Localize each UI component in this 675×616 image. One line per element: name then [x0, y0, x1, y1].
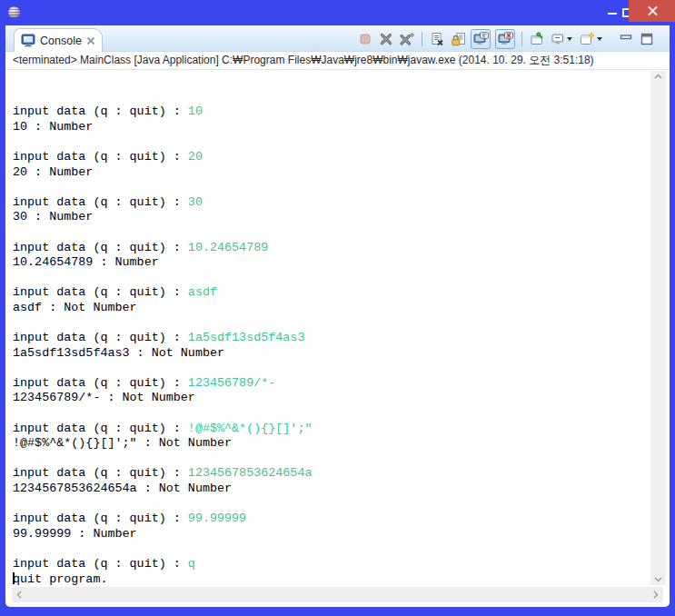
scroll-lock-button[interactable]	[450, 30, 466, 48]
scroll-up-arrow-icon[interactable]	[650, 74, 666, 79]
launch-status-line: <terminated> MainClass [Java Application…	[5, 52, 670, 70]
minimize-view-icon	[620, 33, 632, 45]
remove-all-terminated-icon	[399, 32, 415, 46]
remove-launch-button[interactable]	[378, 30, 394, 48]
console-result-line: 30 : Number	[13, 210, 647, 225]
console-prompt-line: input data (q : quit) : 123456789/*-	[13, 376, 647, 392]
minimize-view-button[interactable]	[618, 30, 634, 48]
text-cursor	[13, 572, 15, 584]
console-result-line: asdf : Not Number	[13, 301, 647, 316]
scroll-lock-icon	[451, 32, 466, 46]
console-blank-line	[13, 271, 647, 286]
remove-launch-icon	[379, 32, 393, 46]
console-area: input data (q : quit) : 1010 : Number in…	[5, 71, 666, 585]
horizontal-scrollbar[interactable]	[12, 587, 663, 602]
maximize-view-icon	[640, 33, 653, 45]
console-result-line: 1234567853624654a : Not Number	[13, 482, 647, 497]
show-stderr-icon	[498, 32, 513, 46]
show-stderr-button[interactable]	[495, 29, 515, 49]
console-prompt-line: input data (q : quit) : 10.24654789	[13, 241, 647, 256]
console-text-viewer[interactable]: input data (q : quit) : 1010 : Number in…	[5, 71, 650, 585]
console-blank-line	[13, 497, 647, 512]
scroll-down-arrow-icon[interactable]	[650, 577, 666, 582]
open-console-icon	[580, 32, 595, 46]
show-stdout-button[interactable]	[471, 29, 491, 49]
console-result-line: 10.24654789 : Number	[13, 255, 647, 271]
console-result-line: 123456789/*- : Not Number	[13, 391, 647, 406]
console-prompt-line: input data (q : quit) : 30	[13, 195, 647, 211]
console-blank-line	[13, 134, 647, 150]
clear-console-icon	[430, 32, 444, 46]
console-result-line: 99.99999 : Number	[13, 527, 647, 542]
view-tab-header: Console	[5, 25, 670, 52]
clear-console-button[interactable]	[429, 30, 445, 48]
console-prompt-line: input data (q : quit) : q	[13, 557, 647, 572]
chevron-down-icon	[567, 37, 572, 41]
console-prompt-line: input data (q : quit) : !@#$%^&*(){}[]';…	[13, 422, 647, 437]
console-blank-line	[13, 361, 647, 376]
console-blank-line	[13, 541, 647, 557]
console-result-line: quit program.	[13, 572, 647, 585]
console-view-shell: Console	[5, 25, 670, 607]
console-prompt-line: input data (q : quit) : 99.99999	[13, 512, 647, 527]
console-result-line: 1a5sdf13sd5f4as3 : Not Number	[13, 346, 647, 362]
console-blank-line	[13, 452, 647, 467]
console-monitor-icon	[21, 34, 35, 47]
vertical-scrollbar[interactable]	[650, 71, 666, 585]
close-icon	[647, 6, 657, 16]
console-prompt-line: input data (q : quit) : 1234567853624654…	[13, 466, 647, 482]
toolbar-separator	[521, 32, 522, 46]
show-stdout-icon	[473, 32, 489, 46]
console-toolbar	[357, 27, 655, 50]
console-prompt-line: input data (q : quit) : asdf	[13, 285, 647, 301]
remove-all-terminated-button[interactable]	[399, 30, 415, 48]
display-selected-console-icon	[551, 32, 565, 46]
console-result-line: 10 : Number	[13, 120, 647, 135]
open-console-button[interactable]	[578, 30, 603, 48]
terminate-button[interactable]	[357, 30, 373, 48]
window-minimize-button[interactable]	[608, 13, 617, 15]
console-prompt-line: input data (q : quit) : 20	[13, 150, 647, 165]
maximize-view-button[interactable]	[639, 30, 655, 48]
console-lines: input data (q : quit) : 1010 : Number in…	[13, 104, 647, 585]
console-blank-line	[13, 406, 647, 422]
window-close-button[interactable]	[629, 0, 675, 22]
scroll-right-arrow-icon[interactable]	[653, 587, 659, 602]
toolbar-separator	[422, 32, 422, 46]
java-sphere-icon	[8, 6, 20, 18]
chevron-down-icon	[597, 37, 602, 41]
console-result-line: 20 : Number	[13, 165, 647, 181]
console-prompt-line: input data (q : quit) : 10	[13, 104, 647, 120]
pin-console-button[interactable]	[529, 30, 545, 48]
console-blank-line	[13, 180, 647, 195]
console-result-line: !@#$%^&*(){}[]';" : Not Number	[13, 436, 647, 452]
tab-console[interactable]: Console	[14, 28, 103, 52]
terminate-icon	[358, 32, 372, 46]
tab-close-icon[interactable]	[86, 35, 96, 45]
window-titlebar	[0, 0, 675, 25]
console-blank-line	[13, 225, 647, 241]
console-blank-line	[13, 316, 647, 332]
console-prompt-line: input data (q : quit) : 1a5sdf13sd5f4as3	[13, 331, 647, 346]
display-selected-console-button[interactable]	[550, 30, 573, 48]
tab-console-label: Console	[40, 35, 82, 47]
pin-console-icon	[530, 32, 545, 46]
scroll-left-arrow-icon[interactable]	[16, 587, 22, 602]
